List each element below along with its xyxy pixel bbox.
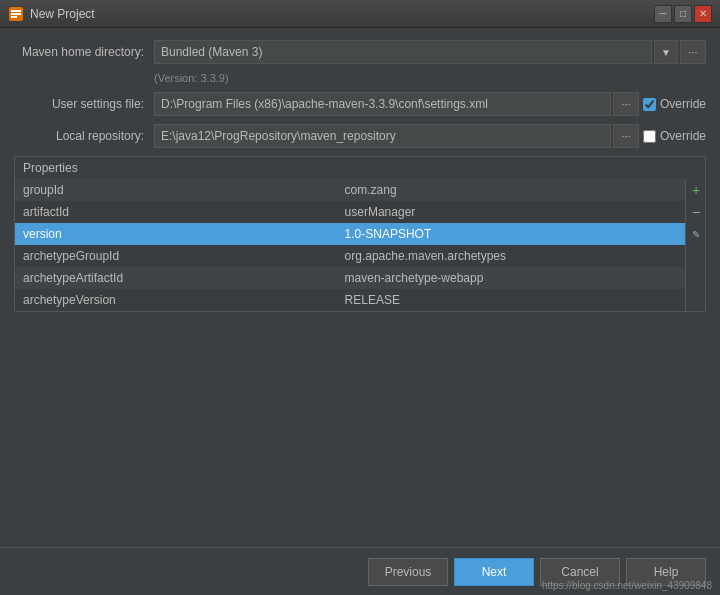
properties-section: Properties groupIdcom.zangartifactIduser… [14,156,706,312]
edit-property-button[interactable]: ✎ [686,223,706,245]
title-bar: New Project ─ □ ✕ [0,0,720,28]
close-button[interactable]: ✕ [694,5,712,23]
table-row[interactable]: artifactIduserManager [15,201,685,223]
window-title: New Project [30,7,654,21]
svg-rect-1 [11,10,21,12]
table-row[interactable]: groupIdcom.zang [15,179,685,201]
user-settings-browse-button[interactable]: ··· [613,92,639,116]
property-key: version [15,223,337,245]
property-value: userManager [337,201,685,223]
add-property-button[interactable]: + [686,179,706,201]
properties-table-wrapper: groupIdcom.zangartifactIduserManagervers… [15,179,705,311]
user-settings-override-label: Override [660,97,706,111]
property-value: 1.0-SNAPSHOT [337,223,685,245]
property-key: archetypeVersion [15,289,337,311]
local-repo-override-checkbox[interactable] [643,130,656,143]
previous-button[interactable]: Previous [368,558,448,586]
properties-header: Properties [15,157,705,179]
property-value: RELEASE [337,289,685,311]
table-row[interactable]: archetypeGroupIdorg.apache.maven.archety… [15,245,685,267]
user-settings-input[interactable] [154,92,611,116]
properties-side-buttons: + − ✎ [685,179,705,311]
table-row[interactable]: version1.0-SNAPSHOT [15,223,685,245]
property-value: org.apache.maven.archetypes [337,245,685,267]
table-row[interactable]: archetypeVersionRELEASE [15,289,685,311]
svg-rect-2 [11,13,21,15]
maven-version-text: (Version: 3.3.9) [154,72,229,84]
maven-input-group: ▼ ··· [154,40,706,64]
user-settings-override-group: Override [643,97,706,111]
maven-input[interactable] [154,40,652,64]
properties-table: groupIdcom.zangartifactIduserManagervers… [15,179,685,311]
local-repo-browse-button[interactable]: ··· [613,124,639,148]
property-key: archetypeGroupId [15,245,337,267]
watermark: https://blog.csdn.net/weixin_43909848 [542,580,712,591]
user-settings-input-group: ··· Override [154,92,706,116]
local-repo-input[interactable] [154,124,611,148]
user-settings-label: User settings file: [14,97,154,111]
user-settings-override-checkbox[interactable] [643,98,656,111]
local-repo-override-label: Override [660,129,706,143]
property-key: archetypeArtifactId [15,267,337,289]
maven-row: Maven home directory: ▼ ··· [14,40,706,64]
window-controls: ─ □ ✕ [654,5,712,23]
local-repo-label: Local repository: [14,129,154,143]
local-repo-input-group: ··· Override [154,124,706,148]
property-value: maven-archetype-webapp [337,267,685,289]
property-key: groupId [15,179,337,201]
maximize-button[interactable]: □ [674,5,692,23]
maven-browse-button[interactable]: ··· [680,40,706,64]
version-row: (Version: 3.3.9) [14,72,706,84]
remove-property-button[interactable]: − [686,201,706,223]
maven-dropdown-button[interactable]: ▼ [654,40,678,64]
table-row[interactable]: archetypeArtifactIdmaven-archetype-webap… [15,267,685,289]
local-repo-row: Local repository: ··· Override [14,124,706,148]
user-settings-row: User settings file: ··· Override [14,92,706,116]
property-key: artifactId [15,201,337,223]
maven-label: Maven home directory: [14,45,154,59]
local-repo-override-group: Override [643,129,706,143]
svg-rect-3 [11,16,17,18]
minimize-button[interactable]: ─ [654,5,672,23]
property-value: com.zang [337,179,685,201]
app-icon [8,6,24,22]
next-button[interactable]: Next [454,558,534,586]
main-content: Maven home directory: ▼ ··· (Version: 3.… [0,28,720,547]
